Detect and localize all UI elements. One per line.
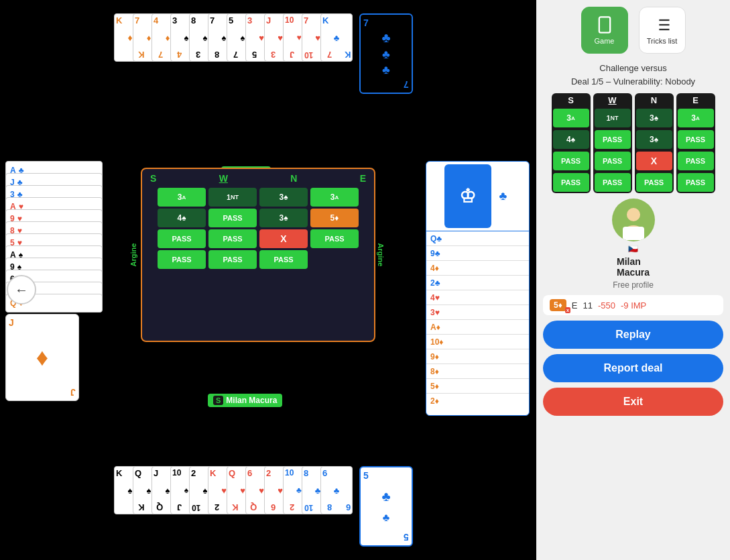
rp-e-2: PASS bbox=[678, 130, 714, 149]
rp-e-3: PASS bbox=[678, 152, 714, 170]
trick-row-12: 2♦ bbox=[426, 394, 529, 408]
south-hand: K♠K Q♠Q J♠J 10♠10 2♠2 K♥K Q♥Q 6♥6 bbox=[114, 466, 413, 547]
w-bid-col: 1NT PASS PASS PASS bbox=[208, 188, 257, 269]
prev-button[interactable]: ← bbox=[7, 275, 36, 304]
card-k-clubs: K ♣ K bbox=[320, 13, 353, 62]
deal-info: Deal 1/5 – Vulnerability: Nobody bbox=[571, 75, 695, 89]
rp-w-col: W 1NT PASS PASS PASS bbox=[593, 93, 632, 193]
rp-n-4: PASS bbox=[636, 173, 672, 192]
x-badge: x bbox=[565, 307, 570, 313]
replay-button[interactable]: Replay bbox=[543, 321, 723, 349]
w-bid-3: PASS bbox=[208, 229, 257, 248]
svg-point-9 bbox=[627, 208, 640, 221]
svg-rect-11 bbox=[623, 227, 644, 240]
rp-s-4: PASS bbox=[553, 173, 589, 192]
n-bid-3: X bbox=[259, 229, 308, 248]
right-bid-table: S 3A 4♠ PASS PASS W 1NT PASS PASS PASS N… bbox=[552, 93, 715, 193]
s-card-12: 6♣6 bbox=[320, 466, 353, 514]
game-area: K ♦ K 7 ♦ 7 4 ♦ 4 3 ♠ 3 bbox=[0, 0, 536, 560]
south-pos-badge: S bbox=[213, 396, 223, 405]
n-bid-col: 3♠ 3♠ X PASS bbox=[259, 188, 308, 269]
s-bid-4: PASS bbox=[158, 250, 206, 269]
avatar-image bbox=[613, 200, 654, 240]
game-tab[interactable]: Game bbox=[581, 7, 628, 54]
face-card-graphic: ♔ bbox=[444, 164, 491, 228]
trick-row-2: 9♣ bbox=[426, 246, 529, 261]
score-direction: E bbox=[572, 300, 578, 311]
east-side-label: Argine bbox=[377, 243, 385, 267]
compass-s: S bbox=[150, 173, 156, 184]
trick-row-3: 4♦ bbox=[426, 261, 529, 276]
north-hand: K ♦ K 7 ♦ 7 4 ♦ 4 3 ♠ 3 bbox=[114, 13, 413, 94]
rp-e-4: PASS bbox=[678, 173, 714, 192]
rp-s-header: S bbox=[552, 93, 591, 107]
e-bid-4 bbox=[310, 250, 359, 269]
score-imp: -9 IMP bbox=[621, 300, 646, 311]
contract-badge: 5♦ x bbox=[550, 299, 566, 311]
north-card-fan: K ♦ K 7 ♦ 7 4 ♦ 4 3 ♠ 3 bbox=[114, 13, 353, 62]
right-panel: Game Tricks list Challenge versus Deal 1… bbox=[536, 0, 730, 560]
player-name: Milan Macura bbox=[617, 256, 650, 278]
e-bid-1: 3A bbox=[310, 188, 359, 207]
w-bid-2: PASS bbox=[208, 209, 257, 227]
trick-card-list: Q♣ 9♣ 4♦ 2♣ 4♥ 3♥ A♦ 10♦ 9♦ 8♦ 5♦ 2♦ bbox=[426, 231, 529, 415]
tab-row: Game Tricks list bbox=[581, 7, 686, 54]
rp-e-1: 3A bbox=[678, 109, 714, 127]
corner-icon: ♣ bbox=[495, 188, 511, 205]
n-bid-2: 3♠ bbox=[259, 209, 308, 227]
challenge-info: Challenge versus Deal 1/5 – Vulnerabilit… bbox=[571, 62, 695, 88]
west-side-label: Argine bbox=[129, 243, 137, 267]
east-trick-area: ♔ ♣ Q♣ 9♣ 4♦ 2♣ 4♥ 3♥ A♦ 10♦ 9♦ 8♦ 5♦ 2♦ bbox=[426, 161, 530, 416]
player-flag: 🇨🇿 bbox=[628, 244, 638, 254]
score-tricks: 11 bbox=[583, 300, 592, 311]
trick-row-9: 9♦ bbox=[426, 349, 529, 364]
n-bid-1: 3♠ bbox=[259, 188, 308, 207]
compass-n: N bbox=[290, 173, 297, 184]
rp-e-header: E bbox=[676, 93, 715, 107]
report-deal-button[interactable]: Report deal bbox=[543, 354, 723, 382]
trick-row-1: Q♣ bbox=[426, 231, 529, 246]
score-details: E 11 -550 -9 IMP bbox=[572, 300, 646, 311]
south-player-name: Milan Macura bbox=[226, 396, 277, 405]
rp-n-header: N bbox=[635, 93, 674, 107]
compass-e: E bbox=[360, 173, 366, 184]
compass-w: W bbox=[219, 173, 228, 184]
trick-row-5: 4♥ bbox=[426, 290, 529, 305]
e-bid-3: PASS bbox=[310, 229, 359, 248]
rp-w-4: PASS bbox=[595, 173, 631, 192]
phone-icon bbox=[595, 15, 614, 34]
south-last-card: 5 ♣ ♣ 5 bbox=[359, 466, 413, 547]
w-bid-1: 1NT bbox=[208, 188, 257, 207]
trick-row-6: 3♥ bbox=[426, 305, 529, 320]
e-bid-col: 3A 5♦ PASS bbox=[310, 188, 359, 269]
player-profile: 🇨🇿 Milan Macura Free profile bbox=[612, 199, 655, 290]
s-bid-3: PASS bbox=[158, 229, 206, 248]
trick-row-4: 2♣ bbox=[426, 276, 529, 290]
s-bid-1: 3A bbox=[158, 188, 206, 207]
rp-s-3: PASS bbox=[553, 152, 589, 170]
rp-n-2: 3♠ bbox=[636, 130, 672, 149]
s-bid-col: 3A 4♠ PASS PASS bbox=[158, 188, 206, 269]
bid-columns: 3A 4♠ PASS PASS 1NT PASS PASS PASS 3♠ 3♠… bbox=[152, 188, 364, 274]
contract-value: 5♦ bbox=[554, 300, 562, 310]
rp-w-1: 1NT bbox=[595, 109, 631, 127]
rp-w-header: W bbox=[593, 93, 632, 107]
trick-row-8: 10♦ bbox=[426, 335, 529, 349]
score-row: 5♦ x E 11 -550 -9 IMP bbox=[543, 295, 723, 315]
w-king-card: J ♦ J bbox=[5, 314, 79, 401]
challenge-title: Challenge versus bbox=[571, 62, 695, 75]
list-icon bbox=[653, 15, 672, 34]
trick-row-11: 5♦ bbox=[426, 379, 529, 394]
rp-s-col: S 3A 4♠ PASS PASS bbox=[552, 93, 591, 193]
svg-rect-0 bbox=[599, 17, 609, 32]
game-tab-label: Game bbox=[595, 37, 615, 45]
east-top-card: ♔ ♣ bbox=[426, 162, 529, 231]
exit-button[interactable]: Exit bbox=[543, 388, 723, 416]
w-bid-4: PASS bbox=[208, 250, 257, 269]
north-last-card: 7 ♣ ♣ ♣ 7 bbox=[359, 13, 413, 94]
trick-row-10: 8♦ bbox=[426, 364, 529, 379]
s-bid-2: 4♠ bbox=[158, 209, 206, 227]
rp-n-col: N 3♠ 3♠ X PASS bbox=[635, 93, 674, 193]
tricks-list-tab[interactable]: Tricks list bbox=[639, 7, 686, 54]
rp-s-1: 3A bbox=[553, 109, 589, 127]
